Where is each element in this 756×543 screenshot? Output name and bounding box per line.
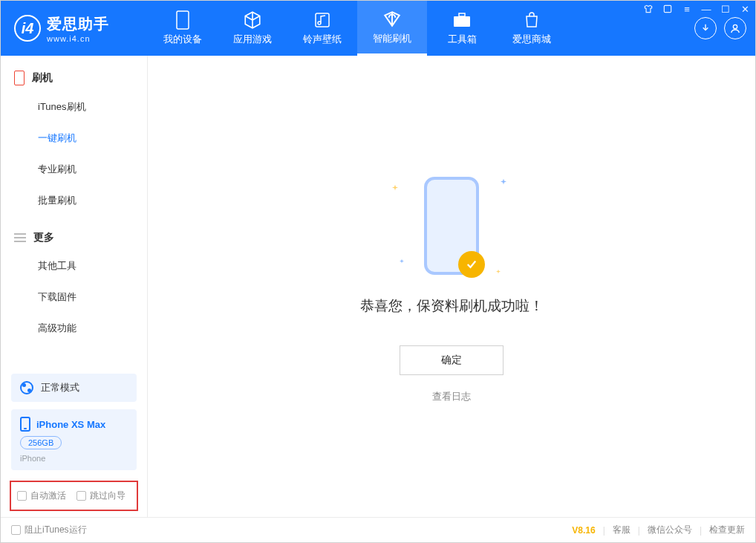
device-storage: 256GB [20,436,62,449]
nav-label: 我的设备 [163,33,202,46]
nav-label: 铃声壁纸 [303,33,342,46]
section-title: 刷机 [32,71,53,85]
nav-label: 工具箱 [448,33,477,46]
wechat-link[interactable]: 微信公众号 [648,524,692,536]
device-phone-icon [20,417,30,432]
sidebar-item-itunes-flash[interactable]: iTunes刷机 [1,91,147,123]
checkbox-skip-guide[interactable]: 跳过向导 [76,490,126,502]
refresh-icon [382,10,402,29]
close-icon[interactable]: ✕ [739,4,751,16]
music-icon [313,10,332,30]
list-icon[interactable]: ≡ [681,4,693,16]
download-button[interactable] [694,17,717,39]
mode-box[interactable]: 正常模式 [11,374,137,402]
app-url: www.i4.cn [47,34,109,43]
account-button[interactable] [724,17,746,39]
checkmark-badge-icon [458,251,485,278]
checkbox-label: 跳过向导 [90,490,126,502]
cube-icon [243,10,262,30]
sidebar-item-download-firmware[interactable]: 下载固件 [1,282,147,313]
device-box[interactable]: iPhone XS Max 256GB iPhone [11,409,137,470]
svg-rect-2 [316,13,329,27]
app-window: ≡ — ☐ ✕ i4 爱思助手 www.i4.cn 我的设备 应用游戏 铃声壁 [0,0,756,543]
logo-block: i4 爱思助手 www.i4.cn [1,1,148,56]
sparkle-icon [392,185,398,191]
statusbar: 阻止iTunes运行 V8.16 | 客服 | 微信公众号 | 检查更新 [1,517,755,542]
main-content: 恭喜您，保资料刷机成功啦！ 确定 查看日志 [148,56,755,517]
section-title: 更多 [33,231,54,244]
nav-tab-apps[interactable]: 应用游戏 [218,1,287,56]
sidebar-item-pro-flash[interactable]: 专业刷机 [1,154,147,185]
checkbox-label: 阻止iTunes运行 [25,524,87,536]
body: 刷机 iTunes刷机 一键刷机 专业刷机 批量刷机 更多 其他工具 下载固件 … [1,56,755,517]
svg-rect-3 [454,16,470,27]
svg-rect-0 [664,5,671,12]
sidebar-section-more: 更多 [1,216,147,250]
phone-illustration [424,177,479,275]
maximize-icon[interactable]: ☐ [720,4,731,16]
shop-icon [522,10,541,30]
device-tab-icon [173,10,192,30]
device-name: iPhone XS Max [36,419,105,430]
nav-label: 智能刷机 [373,32,411,45]
sidebar-item-batch-flash[interactable]: 批量刷机 [1,185,147,216]
sidebar-item-other-tools[interactable]: 其他工具 [1,250,147,282]
version-label: V8.16 [572,525,595,536]
tshirt-icon[interactable] [642,4,654,16]
checkbox-icon [17,491,27,501]
sidebar: 刷机 iTunes刷机 一键刷机 专业刷机 批量刷机 更多 其他工具 下载固件 … [1,56,148,517]
sidebar-checks-highlighted: 自动激活 跳过向导 [10,481,138,511]
sparkle-icon [400,259,404,264]
device-type: iPhone [20,454,128,463]
checkbox-icon [76,491,86,501]
checkbox-icon [11,525,21,535]
sidebar-item-advanced[interactable]: 高级功能 [1,313,147,344]
nav-tab-ringtone[interactable]: 铃声壁纸 [287,1,357,56]
sidebar-item-oneclick-flash[interactable]: 一键刷机 [1,123,147,154]
view-log-link[interactable]: 查看日志 [432,390,471,403]
checkbox-label: 自动激活 [30,490,66,502]
nav-label: 爱思商城 [512,33,551,46]
minimize-icon[interactable]: — [700,4,712,16]
toolbox-icon [452,10,472,30]
sparkle-icon [496,270,501,274]
mode-icon [20,381,33,394]
success-message: 恭喜您，保资料刷机成功啦！ [360,296,544,316]
window-controls: ≡ — ☐ ✕ [642,4,751,16]
menu-icon[interactable] [662,4,674,16]
support-link[interactable]: 客服 [613,524,630,536]
sparkle-icon [501,179,506,185]
nav-tab-shop[interactable]: 爱思商城 [497,1,567,56]
svg-rect-4 [459,13,465,16]
check-update-link[interactable]: 检查更新 [709,524,745,536]
nav-tabs: 我的设备 应用游戏 铃声壁纸 智能刷机 工具箱 爱思商城 [148,1,567,56]
more-icon [14,233,26,242]
success-illustration [385,170,518,282]
mode-label: 正常模式 [41,381,79,394]
sidebar-section-flash: 刷机 [1,56,147,91]
svg-point-5 [733,25,737,28]
ok-button[interactable]: 确定 [400,345,504,375]
logo-icon: i4 [14,15,41,42]
phone-flash-icon [14,71,25,85]
app-name: 爱思助手 [47,14,109,34]
nav-tab-toolbox[interactable]: 工具箱 [427,1,497,56]
checkbox-block-itunes[interactable]: 阻止iTunes运行 [11,524,87,536]
nav-tab-flash[interactable]: 智能刷机 [357,1,427,56]
nav-label: 应用游戏 [233,33,272,46]
nav-tab-device[interactable]: 我的设备 [148,1,218,56]
checkbox-auto-activate[interactable]: 自动激活 [17,490,66,502]
svg-rect-1 [177,11,189,29]
